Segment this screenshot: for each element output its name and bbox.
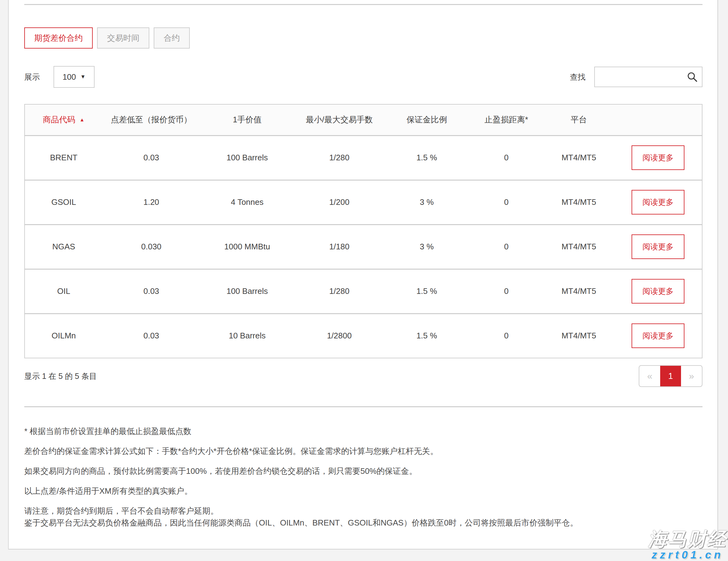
cell-stop-distance: 0 bbox=[469, 135, 544, 180]
cell-spread: 0.03 bbox=[102, 135, 200, 180]
cell-platform: MT4/MT5 bbox=[544, 180, 614, 224]
read-more-button[interactable]: 阅读更多 bbox=[632, 324, 684, 348]
note-negative-prices: 鉴于交易平台无法交易负价格金融商品，因此当任何能源类商品（OIL、OILMn、B… bbox=[24, 517, 702, 529]
column-header-spread[interactable]: 点差低至（报价货币） bbox=[102, 104, 200, 135]
cell-margin: 3 % bbox=[385, 180, 469, 224]
cell-symbol: OILMn bbox=[25, 314, 102, 358]
cell-margin: 1.5 % bbox=[385, 135, 469, 180]
column-header-stop-distance[interactable]: 止盈损距离* bbox=[469, 104, 544, 135]
search-icon[interactable] bbox=[687, 72, 698, 83]
cell-min-max: 1/200 bbox=[294, 180, 385, 224]
tab-contracts[interactable]: 合约 bbox=[154, 27, 190, 49]
cell-min-max: 1/280 bbox=[294, 269, 385, 314]
read-more-button[interactable]: 阅读更多 bbox=[632, 279, 684, 304]
sort-asc-icon: ▲ bbox=[80, 117, 85, 122]
cell-platform: MT4/MT5 bbox=[544, 314, 614, 358]
column-label: 平台 bbox=[571, 115, 587, 124]
cell-platform: MT4/MT5 bbox=[544, 135, 614, 180]
cell-spread: 0.030 bbox=[102, 224, 200, 269]
tab-futures-cfd[interactable]: 期货差价合约 bbox=[24, 27, 93, 49]
watermark-url: zzrt01.cn bbox=[648, 549, 727, 561]
cell-action: 阅读更多 bbox=[614, 180, 702, 224]
cell-symbol: OIL bbox=[25, 269, 102, 314]
cell-action: 阅读更多 bbox=[614, 224, 702, 269]
column-header-margin[interactable]: 保证金比例 bbox=[385, 104, 469, 135]
page-size-select[interactable]: 100 ▼ bbox=[54, 66, 95, 88]
note-hedged-margin: 如果交易同方向的商品，预付款比例需要高于100%，若使用差价合约锁仓交易的话，则… bbox=[24, 465, 702, 477]
cell-stop-distance: 0 bbox=[469, 269, 544, 314]
pagination-page-1[interactable]: 1 bbox=[660, 366, 681, 386]
column-label: 保证金比例 bbox=[407, 115, 447, 124]
column-header-actions bbox=[614, 104, 702, 135]
read-more-button[interactable]: 阅读更多 bbox=[632, 234, 684, 259]
show-label: 展示 bbox=[24, 72, 40, 82]
search-box bbox=[594, 67, 702, 87]
cell-spread: 1.20 bbox=[102, 180, 200, 224]
column-header-min-max[interactable]: 最小/最大交易手数 bbox=[294, 104, 385, 135]
cell-margin: 1.5 % bbox=[385, 269, 469, 314]
cell-spread: 0.03 bbox=[102, 314, 200, 358]
cell-margin: 3 % bbox=[385, 224, 469, 269]
tab-label: 合约 bbox=[164, 33, 180, 44]
cell-lot-value: 1000 MMBtu bbox=[200, 224, 294, 269]
cell-stop-distance: 0 bbox=[469, 314, 544, 358]
column-label: 止盈损距离* bbox=[484, 115, 528, 124]
cell-stop-distance: 0 bbox=[469, 224, 544, 269]
column-label: 商品代码 bbox=[43, 115, 75, 124]
tab-bar: 期货差价合约 交易时间 合约 bbox=[24, 27, 702, 49]
column-label: 最小/最大交易手数 bbox=[306, 115, 373, 124]
search-area: 查找 bbox=[570, 67, 702, 87]
column-header-lot-value[interactable]: 1手价值 bbox=[200, 104, 294, 135]
page-size-value: 100 bbox=[63, 72, 76, 82]
cell-lot-value: 4 Tonnes bbox=[200, 180, 294, 224]
results-summary: 显示 1 在 5 的 5 条目 bbox=[24, 371, 97, 381]
table-row: OIL 0.03 100 Barrels 1/280 1.5 % 0 MT4/M… bbox=[25, 269, 702, 314]
cell-spread: 0.03 bbox=[102, 269, 200, 314]
cell-min-max: 1/280 bbox=[294, 135, 385, 180]
notes-section: * 根据当前市价设置挂单的最低止损盈最低点数 差价合约的保证金需求计算公式如下：… bbox=[24, 425, 702, 529]
search-label: 查找 bbox=[570, 72, 586, 82]
pagination-next-button[interactable]: » bbox=[681, 366, 702, 386]
tab-label: 期货差价合约 bbox=[34, 33, 83, 44]
content-panel: 期货差价合约 交易时间 合约 展示 100 ▼ 查找 bbox=[8, 0, 718, 549]
top-divider bbox=[24, 4, 702, 5]
cell-margin: 1.5 % bbox=[385, 314, 469, 358]
cell-lot-value: 100 Barrels bbox=[200, 269, 294, 314]
cell-lot-value: 100 Barrels bbox=[200, 135, 294, 180]
pagination: « 1 » bbox=[639, 365, 702, 387]
tab-label: 交易时间 bbox=[107, 33, 139, 44]
note-stop-levels: * 根据当前市价设置挂单的最低止损盈最低点数 bbox=[24, 425, 702, 437]
cell-symbol: NGAS bbox=[25, 224, 102, 269]
table-header-row: 商品代码▲ 点差低至（报价货币） 1手价值 最小/最大交易手数 保证金比例 止盈… bbox=[25, 104, 702, 135]
column-header-platform[interactable]: 平台 bbox=[544, 104, 614, 135]
section-divider bbox=[24, 406, 702, 407]
cell-lot-value: 10 Barrels bbox=[200, 314, 294, 358]
table-row: BRENT 0.03 100 Barrels 1/280 1.5 % 0 MT4… bbox=[25, 135, 702, 180]
note-margin-formula: 差价合约的保证金需求计算公式如下：手数*合约大小*开仓价格*保证金比例。保证金需… bbox=[24, 445, 702, 457]
table-controls: 展示 100 ▼ 查找 bbox=[24, 66, 702, 88]
cell-platform: MT4/MT5 bbox=[544, 224, 614, 269]
cell-action: 阅读更多 bbox=[614, 135, 702, 180]
pagination-prev-button[interactable]: « bbox=[639, 366, 660, 386]
column-label: 1手价值 bbox=[233, 115, 261, 124]
cell-platform: MT4/MT5 bbox=[544, 269, 614, 314]
cell-min-max: 1/180 bbox=[294, 224, 385, 269]
table-row: NGAS 0.030 1000 MMBtu 1/180 3 % 0 MT4/MT… bbox=[25, 224, 702, 269]
cell-stop-distance: 0 bbox=[469, 180, 544, 224]
note-expiry: 请注意，期货合约到期后，平台不会自动帮客户延期。 bbox=[24, 505, 702, 517]
tab-trading-hours[interactable]: 交易时间 bbox=[97, 27, 149, 49]
table-row: GSOIL 1.20 4 Tonnes 1/200 3 % 0 MT4/MT5 … bbox=[25, 180, 702, 224]
table-footer: 显示 1 在 5 的 5 条目 « 1 » bbox=[24, 365, 702, 387]
table-row: OILMn 0.03 10 Barrels 1/2800 1.5 % 0 MT4… bbox=[25, 314, 702, 358]
cell-action: 阅读更多 bbox=[614, 269, 702, 314]
read-more-button[interactable]: 阅读更多 bbox=[632, 190, 684, 214]
caret-down-icon: ▼ bbox=[80, 74, 86, 80]
cell-action: 阅读更多 bbox=[614, 314, 702, 358]
read-more-button[interactable]: 阅读更多 bbox=[632, 145, 684, 170]
cell-min-max: 1/2800 bbox=[294, 314, 385, 358]
instruments-table: 商品代码▲ 点差低至（报价货币） 1手价值 最小/最大交易手数 保证金比例 止盈… bbox=[24, 104, 702, 358]
note-account-types: 以上点差/条件适用于XM所有类型的真实账户。 bbox=[24, 485, 702, 497]
column-label: 点差低至（报价货币） bbox=[111, 115, 192, 124]
cell-symbol: BRENT bbox=[25, 135, 102, 180]
column-header-symbol[interactable]: 商品代码▲ bbox=[25, 104, 102, 135]
